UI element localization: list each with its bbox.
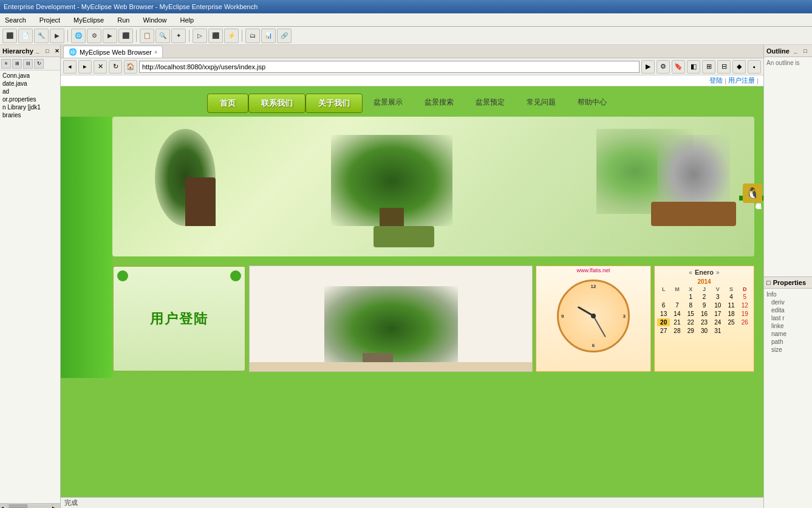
- nav-help-btn[interactable]: 帮助中心: [567, 94, 618, 113]
- cal-prev[interactable]: «: [689, 269, 692, 276]
- menu-search[interactable]: Search: [2, 15, 29, 25]
- toolbar-btn-2[interactable]: 📄: [18, 29, 33, 43]
- hierarchy-maximize[interactable]: □: [43, 47, 52, 55]
- register-link[interactable]: 用户注册: [728, 76, 755, 85]
- hscroll-left[interactable]: ◂: [0, 504, 9, 509]
- cal-w5-5[interactable]: 31: [711, 327, 724, 335]
- nav-tool4[interactable]: ⊞: [702, 60, 715, 74]
- hierarchy-tool-1[interactable]: ≡: [1, 59, 11, 69]
- toolbar-btn-1[interactable]: ⬛: [2, 29, 17, 43]
- cal-w5-1[interactable]: 27: [657, 327, 670, 335]
- tree-item-5[interactable]: braries: [1, 111, 59, 119]
- nav-tool6[interactable]: ◆: [732, 60, 746, 74]
- tree-item-0[interactable]: Conn.java: [1, 72, 59, 80]
- cal-w1-5[interactable]: 3: [711, 293, 724, 301]
- cal-w2-1[interactable]: 6: [657, 301, 670, 309]
- cal-w1-1[interactable]: [657, 293, 670, 301]
- login-link[interactable]: 登陆: [709, 76, 723, 85]
- cal-w4-4[interactable]: 23: [698, 318, 711, 326]
- cal-w5-6[interactable]: [725, 327, 737, 335]
- toolbar-btn-16[interactable]: 📊: [261, 29, 276, 43]
- menu-run[interactable]: Run: [115, 15, 132, 25]
- cal-w5-3[interactable]: 29: [684, 327, 697, 335]
- toolbar-btn-15[interactable]: 🗂: [245, 29, 260, 43]
- cal-w3-3[interactable]: 15: [684, 310, 697, 318]
- nav-tool2[interactable]: 🔖: [672, 60, 685, 74]
- toolbar-btn-7[interactable]: ▶: [103, 29, 117, 43]
- nav-go[interactable]: ▶: [641, 60, 655, 74]
- tree-item-2[interactable]: ad: [1, 88, 59, 95]
- cal-w1-4[interactable]: 2: [698, 293, 711, 301]
- cal-w3-1[interactable]: 13: [657, 310, 670, 318]
- browser-tab[interactable]: 🌐 MyEclipse Web Browser ×: [63, 46, 163, 58]
- cal-w4-2[interactable]: 21: [670, 318, 683, 326]
- tree-item-4[interactable]: n Library [jdk1: [1, 103, 59, 111]
- nav-reserve-btn[interactable]: 盆景预定: [465, 94, 516, 113]
- hierarchy-close[interactable]: ✕: [53, 47, 61, 55]
- cal-w1-2[interactable]: [670, 293, 683, 301]
- cal-w3-5[interactable]: 17: [711, 310, 724, 318]
- nav-tool1[interactable]: ⚙: [657, 60, 670, 74]
- toolbar-btn-4[interactable]: ▶: [50, 29, 64, 43]
- hierarchy-tool-4[interactable]: ↻: [34, 59, 44, 69]
- nav-stop[interactable]: ✕: [94, 60, 107, 74]
- cal-w4-5[interactable]: 24: [711, 318, 724, 326]
- cal-w3-7[interactable]: 19: [739, 310, 751, 318]
- nav-home[interactable]: 🏠: [124, 60, 137, 74]
- cal-w4-3[interactable]: 22: [684, 318, 697, 326]
- cal-w3-6[interactable]: 18: [725, 310, 737, 318]
- cal-w2-3[interactable]: 8: [684, 301, 697, 309]
- nav-refresh[interactable]: ↻: [109, 60, 122, 74]
- cal-w1-3[interactable]: 1: [684, 293, 697, 301]
- menu-window[interactable]: Window: [140, 15, 169, 25]
- cal-w5-4[interactable]: 30: [698, 327, 711, 335]
- cal-w1-6[interactable]: 4: [725, 293, 737, 301]
- nav-display-btn[interactable]: 盆景展示: [363, 94, 414, 113]
- toolbar-btn-17[interactable]: 🔗: [277, 29, 292, 43]
- cal-w2-5[interactable]: 10: [711, 301, 724, 309]
- nav-tool7[interactable]: ▪: [748, 60, 761, 74]
- nav-contact-btn[interactable]: 联系我们: [248, 94, 305, 113]
- cal-w4-1[interactable]: 20: [657, 318, 670, 326]
- menu-myeclipse[interactable]: MyEclipse: [71, 15, 106, 25]
- browser-tab-close[interactable]: ×: [154, 49, 157, 55]
- hierarchy-minimize[interactable]: _: [33, 47, 42, 55]
- hierarchy-tool-2[interactable]: ⊞: [12, 59, 22, 69]
- hierarchy-hscroll[interactable]: ◂ ▸: [0, 503, 60, 508]
- cal-w2-6[interactable]: 11: [725, 301, 737, 309]
- menu-project[interactable]: Project: [37, 15, 63, 25]
- cal-next[interactable]: »: [716, 269, 720, 276]
- toolbar-btn-8[interactable]: ⬛: [118, 29, 133, 43]
- cal-w1-7[interactable]: 5: [739, 293, 751, 301]
- cal-w2-7[interactable]: 12: [739, 301, 751, 309]
- qq-icon[interactable]: 🐧: [743, 184, 762, 203]
- hierarchy-tool-3[interactable]: ⊟: [23, 59, 33, 69]
- nav-back[interactable]: ◂: [63, 60, 77, 74]
- properties-expand[interactable]: □: [766, 279, 771, 286]
- nav-tool5[interactable]: ⊟: [717, 60, 731, 74]
- cal-w5-7[interactable]: [739, 327, 751, 335]
- nav-home-btn[interactable]: 首页: [207, 94, 248, 113]
- cal-w3-4[interactable]: 16: [698, 310, 711, 318]
- toolbar-btn-9[interactable]: 📋: [140, 29, 154, 43]
- nav-about-btn[interactable]: 关于我们: [305, 94, 363, 113]
- cal-w2-4[interactable]: 9: [698, 301, 711, 309]
- cal-w5-2[interactable]: 28: [670, 327, 683, 335]
- outline-maximize[interactable]: □: [801, 47, 810, 55]
- toolbar-btn-12[interactable]: ▷: [193, 29, 207, 43]
- cal-w2-2[interactable]: 7: [670, 301, 683, 309]
- toolbar-btn-14[interactable]: ⚡: [224, 29, 239, 43]
- nav-forward[interactable]: ▸: [78, 60, 92, 74]
- toolbar-btn-11[interactable]: ✦: [171, 29, 186, 43]
- url-input[interactable]: [139, 61, 640, 73]
- menu-help[interactable]: Help: [178, 15, 197, 25]
- nav-faq-btn[interactable]: 常见问题: [516, 94, 567, 113]
- nav-search-btn[interactable]: 盆景搜索: [414, 94, 465, 113]
- toolbar-btn-3[interactable]: 🔧: [34, 29, 49, 43]
- toolbar-btn-6[interactable]: ⚙: [87, 29, 101, 43]
- toolbar-btn-10[interactable]: 🔍: [155, 29, 170, 43]
- cal-w4-7[interactable]: 26: [739, 318, 751, 326]
- nav-tool3[interactable]: ◧: [687, 60, 700, 74]
- tree-item-1[interactable]: date.java: [1, 80, 59, 88]
- hscroll-thumb[interactable]: [9, 504, 27, 508]
